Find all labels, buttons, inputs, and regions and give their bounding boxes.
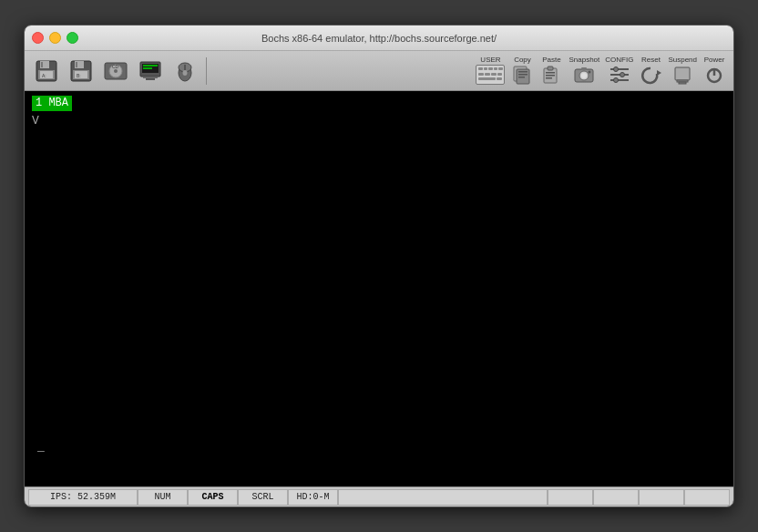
svg-rect-21: [143, 77, 158, 78]
status-extra-1: [338, 489, 548, 506]
svg-point-14: [114, 69, 118, 73]
mouse-icon[interactable]: [169, 55, 201, 87]
suspend-label: Suspend: [668, 56, 697, 64]
minimize-button[interactable]: [49, 32, 61, 44]
num-indicator: NUM: [138, 489, 188, 506]
paste-section: Paste: [539, 56, 563, 85]
svg-rect-34: [546, 75, 555, 77]
floppy-a-icon[interactable]: A:: [30, 55, 63, 87]
svg-rect-20: [146, 78, 155, 80]
svg-rect-29: [518, 74, 528, 76]
svg-text:B:: B:: [77, 73, 81, 78]
paste-label: Paste: [542, 56, 560, 64]
svg-point-25: [183, 70, 188, 76]
bochs-window: Bochs x86-64 emulator, http://bochs.sour…: [24, 25, 734, 507]
power-button[interactable]: [702, 65, 726, 85]
svg-text:A:: A:: [42, 73, 46, 78]
svg-rect-30: [518, 77, 525, 78]
toolbar-separator-1: [206, 57, 207, 85]
screen-line-2: V: [32, 114, 39, 128]
paste-button[interactable]: [539, 65, 563, 85]
status-extra-2: [548, 489, 593, 506]
caps-indicator: CAPS: [188, 489, 238, 506]
snapshot-button[interactable]: [572, 65, 596, 85]
power-section: Power: [702, 56, 726, 85]
config-section: CONFIG: [605, 56, 633, 85]
ips-display: IPS: 52.359M: [28, 489, 138, 506]
config-button[interactable]: [608, 65, 631, 85]
svg-rect-50: [679, 82, 686, 84]
svg-point-40: [589, 71, 591, 74]
snapshot-section: Snapshot: [568, 56, 599, 85]
svg-rect-39: [581, 67, 587, 70]
reset-section: Reset: [639, 56, 662, 85]
status-extra-5: [684, 489, 730, 506]
copy-section: Copy: [510, 56, 534, 85]
svg-rect-2: [41, 62, 43, 67]
green-bar-text: 1 MBA: [32, 96, 72, 111]
statusbar: IPS: 52.359M NUM CAPS SCRL HD:0-M: [25, 486, 733, 506]
close-button[interactable]: [32, 32, 44, 44]
maximize-button[interactable]: [67, 32, 78, 44]
svg-marker-47: [657, 70, 661, 76]
cdrom-icon[interactable]: CD: [99, 55, 132, 87]
titlebar: Bochs x86-64 emulator, http://bochs.sour…: [25, 26, 733, 51]
status-extra-3: [593, 489, 639, 506]
svg-point-44: [613, 67, 618, 72]
svg-rect-35: [546, 77, 552, 79]
hd-indicator: HD:0-M: [288, 489, 338, 506]
svg-rect-28: [518, 71, 528, 73]
suspend-button[interactable]: [671, 65, 694, 85]
suspend-section: Suspend: [668, 56, 697, 85]
toolbar: A: B: CD: [25, 51, 733, 91]
svg-rect-48: [675, 67, 690, 80]
scrl-indicator: SCRL: [238, 489, 288, 506]
screen-content: 1 MBA V: [32, 95, 726, 129]
svg-rect-8: [76, 62, 77, 67]
emulator-screen[interactable]: 1 MBA V _: [25, 91, 733, 486]
user-section: USER: [476, 56, 505, 85]
svg-rect-33: [546, 72, 555, 74]
svg-point-38: [581, 73, 587, 78]
copy-button[interactable]: [510, 65, 534, 85]
svg-point-46: [613, 78, 618, 83]
user-button[interactable]: [476, 65, 505, 85]
toolbar-right: USER Copy: [474, 56, 728, 85]
svg-text:CD: CD: [112, 64, 119, 69]
copy-label: Copy: [514, 56, 531, 64]
cursor: _: [37, 440, 45, 454]
boot-icon[interactable]: [134, 55, 167, 87]
svg-rect-32: [548, 66, 553, 70]
svg-rect-19: [143, 67, 152, 69]
window-title: Bochs x86-64 emulator, http://bochs.sour…: [261, 33, 497, 44]
reset-button[interactable]: [639, 65, 662, 85]
reset-label: Reset: [641, 56, 661, 64]
status-extra-4: [639, 489, 684, 506]
svg-point-45: [620, 73, 624, 77]
power-label: Power: [704, 56, 725, 64]
snapshot-label: Snapshot: [568, 56, 599, 64]
floppy-b-icon[interactable]: B:: [65, 55, 97, 87]
user-label: USER: [480, 56, 500, 64]
svg-rect-18: [143, 65, 158, 66]
config-label: CONFIG: [605, 56, 633, 64]
